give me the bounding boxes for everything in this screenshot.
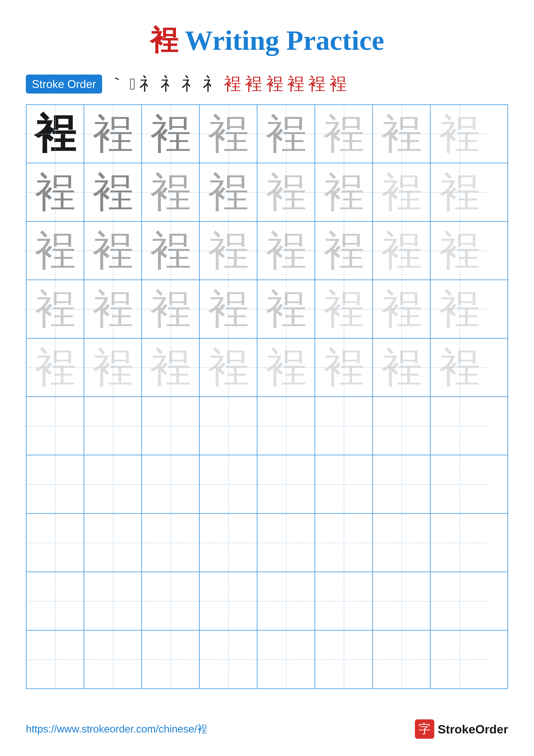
- grid-row-3: 裎 裎 裎 裎 裎 裎 裎 裎: [27, 222, 507, 280]
- grid-cell[interactable]: [84, 631, 142, 688]
- stroke-12: 裎: [329, 72, 346, 96]
- grid-cell[interactable]: [142, 397, 200, 455]
- grid-cell[interactable]: [200, 455, 257, 513]
- stroke-6: 礻: [203, 72, 220, 96]
- grid-cell[interactable]: 裎: [257, 222, 315, 280]
- grid-cell[interactable]: 裎: [373, 163, 431, 221]
- grid-cell[interactable]: [257, 631, 315, 688]
- grid-cell[interactable]: [257, 514, 315, 572]
- grid-cell[interactable]: 裎: [431, 222, 488, 280]
- grid-cell[interactable]: [373, 397, 431, 455]
- grid-cell[interactable]: 裎: [431, 105, 488, 163]
- grid-cell[interactable]: [27, 397, 84, 455]
- grid-cell[interactable]: 裎: [431, 338, 488, 396]
- grid-cell[interactable]: [373, 631, 431, 688]
- grid-cell[interactable]: 裎: [200, 280, 257, 338]
- grid-cell[interactable]: 裎: [142, 280, 200, 338]
- grid-cell[interactable]: 裎: [200, 338, 257, 396]
- grid-cell[interactable]: [27, 514, 84, 572]
- grid-row-2: 裎 裎 裎 裎 裎 裎 裎 裎: [27, 163, 507, 222]
- stroke-7: 裎: [224, 72, 241, 96]
- grid-cell[interactable]: [27, 455, 84, 513]
- grid-cell[interactable]: [84, 572, 142, 630]
- grid-cell[interactable]: [315, 455, 373, 513]
- stroke-order-row: Stroke Order ｀ 𠃌 礻 礻 礻 礻 裎 裎 裎 裎 裎 裎: [26, 72, 508, 96]
- grid-cell[interactable]: 裎: [200, 105, 257, 163]
- grid-cell[interactable]: 裎: [373, 338, 431, 396]
- grid-cell[interactable]: 裎: [84, 280, 142, 338]
- grid-cell[interactable]: 裎: [27, 222, 84, 280]
- grid-cell[interactable]: [431, 514, 488, 572]
- grid-cell[interactable]: 裎: [257, 105, 315, 163]
- stroke-2: 𠃌: [130, 75, 136, 93]
- grid-cell[interactable]: 裎: [84, 338, 142, 396]
- grid-cell[interactable]: 裎: [200, 222, 257, 280]
- grid-cell[interactable]: [200, 631, 257, 688]
- grid-cell[interactable]: 裎: [142, 163, 200, 221]
- grid-cell[interactable]: 裎: [315, 280, 373, 338]
- grid-cell[interactable]: [27, 572, 84, 630]
- grid-cell[interactable]: [315, 631, 373, 688]
- grid-cell[interactable]: [373, 455, 431, 513]
- grid-cell[interactable]: [257, 397, 315, 455]
- grid-cell[interactable]: 裎: [373, 280, 431, 338]
- grid-cell[interactable]: [431, 455, 488, 513]
- grid-cell[interactable]: 裎: [142, 338, 200, 396]
- grid-cell[interactable]: [431, 397, 488, 455]
- grid-cell[interactable]: [84, 397, 142, 455]
- grid-cell[interactable]: [84, 514, 142, 572]
- grid-cell[interactable]: [431, 631, 488, 688]
- grid-cell[interactable]: 裎: [142, 222, 200, 280]
- grid-cell[interactable]: [200, 397, 257, 455]
- grid-cell[interactable]: 裎: [315, 163, 373, 221]
- grid-cell[interactable]: 裎: [315, 222, 373, 280]
- grid-cell[interactable]: 裎: [27, 105, 84, 163]
- grid-cell[interactable]: [315, 572, 373, 630]
- grid-cell[interactable]: 裎: [257, 163, 315, 221]
- grid-cell[interactable]: [373, 572, 431, 630]
- stroke-5: 礻: [182, 72, 199, 96]
- grid-cell[interactable]: 裎: [142, 105, 200, 163]
- title-text: Writing Practice: [178, 25, 384, 56]
- grid-cell[interactable]: [200, 514, 257, 572]
- title-char: 裎: [150, 25, 178, 56]
- grid-cell[interactable]: [315, 514, 373, 572]
- grid-cell[interactable]: 裎: [84, 163, 142, 221]
- footer-logo: 字 StrokeOrder: [415, 719, 508, 739]
- grid-cell[interactable]: 裎: [373, 222, 431, 280]
- page-title: 裎 Writing Practice: [0, 0, 534, 60]
- grid-cell[interactable]: [257, 572, 315, 630]
- grid-cell[interactable]: [142, 514, 200, 572]
- stroke-order-badge: Stroke Order: [26, 74, 102, 94]
- grid-cell[interactable]: [142, 631, 200, 688]
- grid-cell[interactable]: 裎: [315, 338, 373, 396]
- grid-row-9: [27, 572, 507, 631]
- footer-logo-icon: 字: [415, 719, 434, 739]
- grid-cell[interactable]: [142, 572, 200, 630]
- grid-row-7: [27, 455, 507, 514]
- stroke-11: 裎: [308, 72, 325, 96]
- grid-cell[interactable]: [84, 455, 142, 513]
- grid-cell[interactable]: [315, 397, 373, 455]
- grid-cell[interactable]: [257, 455, 315, 513]
- stroke-chars: ｀ 𠃌 礻 礻 礻 礻 裎 裎 裎 裎 裎 裎: [109, 72, 346, 96]
- grid-cell[interactable]: [431, 572, 488, 630]
- grid-cell[interactable]: 裎: [84, 222, 142, 280]
- grid-cell[interactable]: 裎: [27, 163, 84, 221]
- grid-cell[interactable]: 裎: [84, 105, 142, 163]
- grid-cell[interactable]: 裎: [431, 163, 488, 221]
- grid-cell[interactable]: [142, 455, 200, 513]
- grid-cell[interactable]: 裎: [27, 338, 84, 396]
- grid-cell[interactable]: 裎: [373, 105, 431, 163]
- grid-cell[interactable]: [200, 572, 257, 630]
- grid-cell[interactable]: [27, 631, 84, 688]
- grid-cell[interactable]: [373, 514, 431, 572]
- grid-cell[interactable]: 裎: [431, 280, 488, 338]
- grid-cell[interactable]: 裎: [257, 280, 315, 338]
- stroke-8: 裎: [245, 72, 262, 96]
- grid-cell[interactable]: 裎: [27, 280, 84, 338]
- grid-cell[interactable]: 裎: [257, 338, 315, 396]
- grid-cell[interactable]: 裎: [315, 105, 373, 163]
- grid-row-10: [27, 631, 507, 688]
- grid-cell[interactable]: 裎: [200, 163, 257, 221]
